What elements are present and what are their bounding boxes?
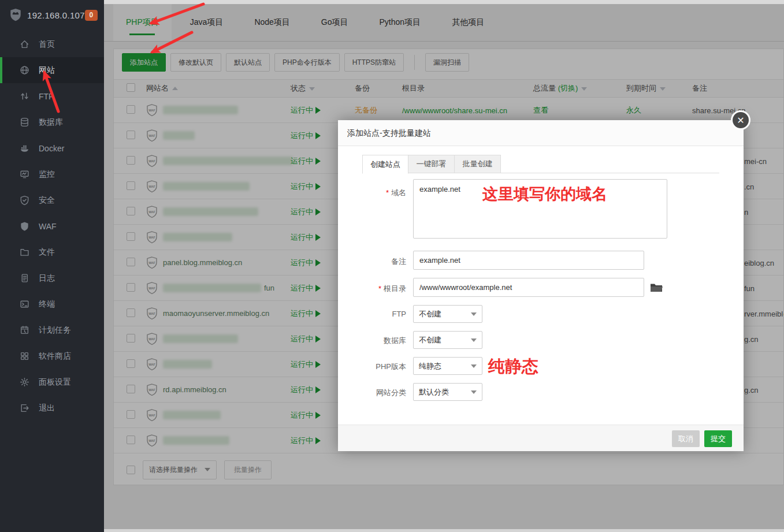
sidebar-item-logs[interactable]: 日志 — [0, 265, 104, 291]
monitor-icon — [20, 169, 29, 179]
sidebar-item-cron[interactable]: 计划任务 — [0, 317, 104, 343]
sidebar-item-database[interactable]: 数据库 — [0, 109, 104, 135]
waf-icon — [20, 221, 29, 231]
submit-button[interactable]: 提交 — [704, 430, 732, 447]
sidebar-item-globe[interactable]: 网站 — [0, 57, 104, 83]
ftp-icon — [20, 91, 29, 101]
sidebar-item-waf[interactable]: WAF — [0, 213, 104, 239]
sidebar: 192.168.0.107 0 首页网站FTP数据库Docker监控安全WAF文… — [0, 0, 104, 532]
docker-icon — [20, 143, 29, 153]
rootdir-label: *根目录 — [338, 284, 406, 294]
chevron-down-icon — [471, 338, 477, 342]
php-version-select[interactable]: 纯静态 — [413, 357, 482, 375]
php-version-label: PHP版本 — [338, 362, 406, 372]
sidebar-item-settings[interactable]: 面板设置 — [0, 369, 104, 395]
exit-icon — [20, 403, 29, 413]
sidebar-menu: 首页网站FTP数据库Docker监控安全WAF文件日志终端计划任务软件商店面板设… — [0, 31, 104, 421]
security-icon — [20, 195, 29, 205]
terminal-icon — [20, 299, 29, 309]
database-select[interactable]: 不创建 — [413, 331, 482, 349]
rootdir-input[interactable] — [413, 278, 644, 297]
panel-logo-shield-icon — [9, 8, 22, 22]
globe-icon — [20, 65, 29, 75]
sidebar-item-store[interactable]: 软件商店 — [0, 343, 104, 369]
ftp-select[interactable]: 不创建 — [413, 305, 482, 323]
database-label: 数据库 — [338, 336, 406, 346]
sidebar-item-files[interactable]: 文件 — [0, 239, 104, 265]
annotation-domain-note: 这里填写你的域名 — [482, 184, 607, 204]
sidebar-item-monitor[interactable]: 监控 — [0, 161, 104, 187]
server-ip: 192.168.0.107 — [27, 10, 85, 20]
sidebar-item-terminal[interactable]: 终端 — [0, 291, 104, 317]
bottom-edge-strip — [104, 529, 784, 532]
add-site-dialog: ✕ 添加站点-支持批量建站 创建站点一键部署批量创建 *域名 这里填写你的域名 … — [338, 120, 744, 451]
dialog-title: 添加站点-支持批量建站 — [338, 120, 744, 146]
sidebar-item-ftp[interactable]: FTP — [0, 83, 104, 109]
dialog-tab-批量创建[interactable]: 批量创建 — [455, 155, 501, 173]
chevron-down-icon — [471, 390, 477, 394]
site-category-select[interactable]: 默认分类 — [413, 383, 482, 401]
logs-icon — [20, 273, 29, 283]
remark-label: 备注 — [338, 256, 406, 267]
ftp-label: FTP — [338, 310, 406, 318]
bt-panel-window: 192.168.0.107 0 首页网站FTP数据库Docker监控安全WAF文… — [0, 0, 784, 532]
dialog-footer: 取消 提交 — [338, 425, 744, 451]
home-icon — [20, 39, 29, 49]
close-icon[interactable]: ✕ — [731, 110, 750, 130]
sidebar-item-exit[interactable]: 退出 — [0, 395, 104, 421]
chevron-down-icon — [471, 312, 477, 316]
settings-icon — [20, 377, 29, 387]
message-count-badge[interactable]: 0 — [85, 10, 98, 21]
sidebar-item-docker[interactable]: Docker — [0, 135, 104, 161]
dialog-tab-创建站点[interactable]: 创建站点 — [362, 155, 408, 174]
site-category-label: 网站分类 — [338, 388, 406, 398]
files-icon — [20, 247, 29, 257]
remark-input[interactable] — [413, 251, 644, 270]
top-edge-strip — [104, 0, 784, 4]
database-icon — [20, 117, 29, 127]
domain-label: *域名 — [338, 188, 406, 198]
folder-picker-icon[interactable] — [650, 282, 663, 293]
dialog-tab-一键部署[interactable]: 一键部署 — [408, 155, 455, 173]
dialog-tabbar: 创建站点一键部署批量创建 — [362, 155, 719, 173]
sidebar-header: 192.168.0.107 0 — [0, 0, 104, 30]
annotation-php-note: 纯静态 — [488, 355, 538, 378]
cron-icon — [20, 325, 29, 335]
chevron-down-icon — [471, 364, 477, 368]
store-icon — [20, 351, 29, 361]
sidebar-item-home[interactable]: 首页 — [0, 31, 104, 57]
sidebar-item-security[interactable]: 安全 — [0, 187, 104, 213]
cancel-button[interactable]: 取消 — [672, 430, 700, 447]
